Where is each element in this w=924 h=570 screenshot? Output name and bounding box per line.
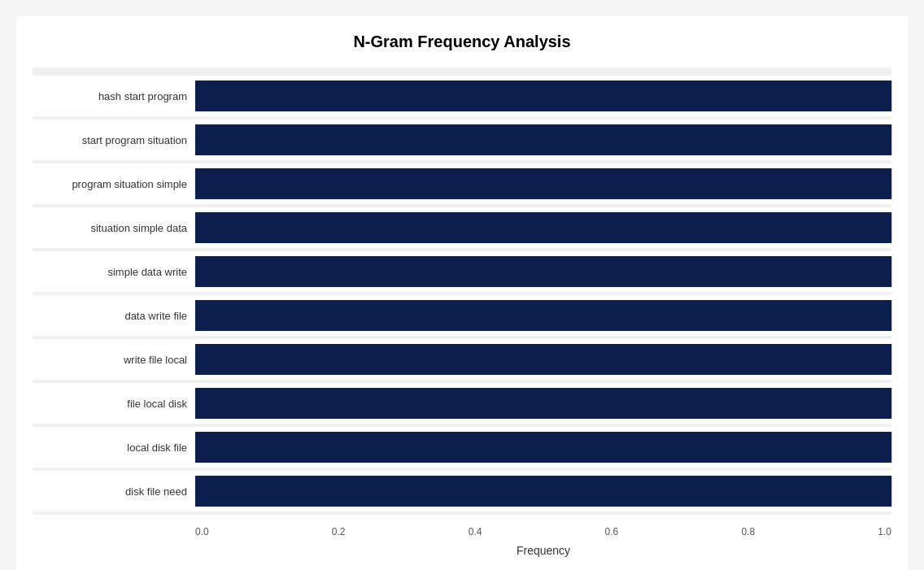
x-tick-label: 0.2 [332,526,346,537]
bar-row: data write file [33,295,891,336]
bar-label: local disk file [33,442,195,454]
bar-label: start program situation [33,134,195,146]
bar-label: data write file [33,310,195,322]
bar-row: hash start program [33,76,891,116]
x-ticks: 0.00.20.40.60.81.0 [195,521,891,537]
bar-fill [195,124,891,155]
bar-row: local disk file [33,427,891,468]
bar-row: disk file need [33,471,891,511]
chart-area: hash start programstart program situatio… [33,67,891,557]
chart-title: N-Gram Frequency Analysis [33,33,891,51]
bar-fill [195,212,891,243]
bar-row: simple data write [33,251,891,292]
bar-label: write file local [33,354,195,366]
bar-row: start program situation [33,120,891,160]
bar-label: simple data write [33,266,195,278]
bar-track [195,212,891,243]
bar-label: file local disk [33,398,195,410]
chart-plot-area: hash start programstart program situatio… [33,67,891,515]
bar-track [195,168,891,199]
bar-track [195,344,891,375]
bar-track [195,300,891,331]
bar-row: write file local [33,339,891,380]
chart-container: N-Gram Frequency Analysis hash start pro… [16,16,908,570]
bar-track [195,256,891,287]
bar-label: hash start program [33,90,195,102]
x-axis: 0.00.20.40.60.81.0 [195,521,891,537]
bar-fill [195,344,891,375]
bar-label: situation simple data [33,222,195,234]
x-tick-label: 0.0 [195,526,209,537]
bar-row: program situation simple [33,163,891,204]
bar-fill [195,432,891,463]
bar-track [195,80,891,111]
bar-track [195,476,891,507]
bar-row: situation simple data [33,207,891,248]
bar-track [195,432,891,463]
bar-fill [195,80,891,111]
x-tick-label: 0.6 [605,526,619,537]
x-tick-label: 1.0 [878,526,891,537]
bar-track [195,124,891,155]
x-tick-label: 0.4 [469,526,482,537]
bar-fill [195,168,891,199]
bar-label: program situation simple [33,178,195,190]
bar-fill [195,300,891,331]
x-tick-label: 0.8 [741,526,755,537]
bar-track [195,388,891,419]
x-axis-label: Frequency [195,544,891,557]
bar-fill [195,256,891,287]
bar-fill [195,388,891,419]
bar-row: file local disk [33,383,891,424]
bar-fill [195,476,891,507]
bar-label: disk file need [33,485,195,498]
